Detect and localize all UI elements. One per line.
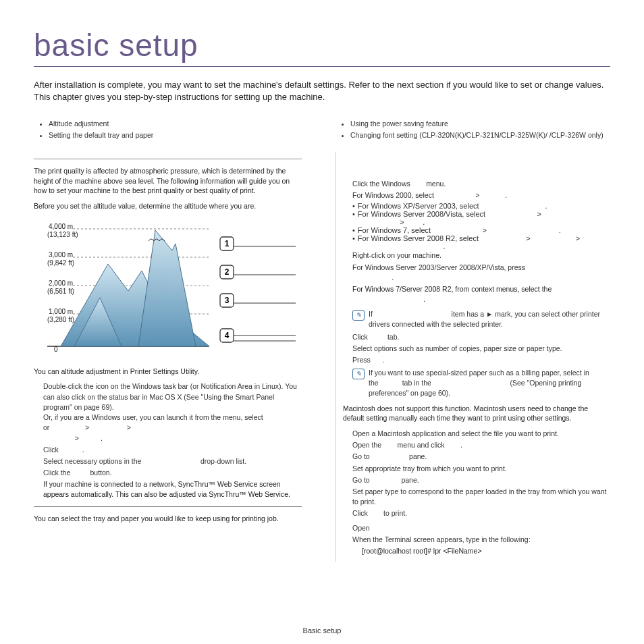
alt-label-ft: (9,842 ft) (47, 259, 74, 267)
paragraph: For Windows 7/Server 2008 R2, from conte… (343, 284, 610, 304)
paragraph: You can altitude adjustment in Printer S… (34, 367, 302, 377)
svg-text:2: 2 (225, 267, 230, 277)
step: Open the menu and click . (352, 440, 610, 450)
note-icon: ✎ (352, 369, 365, 379)
svg-text:1: 1 (225, 239, 230, 248)
intro-paragraph: After installation is complete, you may … (34, 79, 610, 103)
toc-item[interactable]: Altitude adjustment (49, 118, 302, 130)
toc-right: Using the power saving feature Changing … (336, 118, 610, 141)
substep: For Windows 7, select > . (352, 226, 610, 234)
step: Open (352, 523, 610, 533)
step: Right-click on your machine. (352, 250, 610, 261)
paragraph: If your machine is connected to a networ… (34, 479, 302, 499)
alt-label-ft: (6,561 ft) (47, 288, 74, 295)
alt-label-m: 1,000 m (49, 308, 73, 315)
alt-region-boxes: 1 2 3 4 (220, 237, 296, 342)
toc-item[interactable]: Changing font setting (CLP-320N(K)/CLP-3… (350, 130, 610, 141)
note-icon: ✎ (352, 310, 365, 321)
page-footer: Basic setup (0, 626, 644, 635)
page-title: basic setup (34, 27, 610, 63)
step: Go to pane. (352, 475, 610, 485)
alt-label-m: 4,000 m (49, 223, 73, 230)
step: Press . (352, 355, 610, 365)
step: Go to pane. (352, 452, 610, 462)
alt-label-ft: (13,123 ft) (47, 231, 78, 238)
step: Click to print. (352, 508, 610, 518)
step: Click tab. (352, 332, 610, 342)
step: Set paper type to correspond to the pape… (352, 487, 610, 507)
terminal-command: [root@localhost root]# lpr <FileName> (343, 546, 610, 556)
svg-text:3: 3 (225, 296, 230, 305)
step: When the Terminal screen appears, type i… (352, 535, 610, 545)
alt-label-m: 2,000 m (49, 279, 73, 287)
note: ✎ If item has a ► mark, you can select o… (352, 309, 610, 329)
step: Select necessary options in the drop-dow… (43, 456, 302, 466)
toc-left: Altitude adjustment Setting the default … (34, 118, 308, 141)
step: Set appropriate tray from which you want… (352, 464, 610, 474)
step: For Windows Server 2003/Server 2008/XP/V… (352, 263, 610, 283)
paragraph: The print quality is affected by atmosph… (34, 166, 302, 196)
step: Select options such as number of copies,… (352, 344, 610, 354)
altitude-chart: 4,000 m 3,000 m 2,000 m 1,000 m 0 (13,12… (34, 217, 302, 360)
substep: For Windows XP/Server 2003, select . (352, 202, 610, 210)
note: ✎ If you want to use special-sized paper… (352, 368, 610, 398)
step: Click . (43, 445, 302, 455)
paragraph: Before you set the altitude value, deter… (34, 201, 302, 211)
left-column: The print quality is affected by atmosph… (34, 152, 308, 562)
substep: For Windows Server 2008 R2, select > > . (352, 234, 610, 250)
right-column: Click the Windows menu. For Windows 2000… (336, 152, 610, 562)
step: Double-click the icon on the Windows tas… (43, 381, 302, 443)
step: Click the Windows menu. (352, 179, 610, 189)
step: Click the button. (43, 468, 302, 478)
toc-item[interactable]: Setting the default tray and paper (49, 130, 302, 141)
paragraph: You can select the tray and paper you wo… (34, 514, 302, 524)
svg-text:4: 4 (225, 331, 230, 340)
step: Open a Macintosh application and select … (352, 429, 610, 439)
alt-label-ft: (3,280 ft) (47, 316, 74, 323)
section-altitude (34, 159, 302, 162)
alt-label-m: 3,000 m (49, 251, 73, 259)
alt-label-m: 0 (54, 346, 58, 353)
title-rule (34, 66, 610, 67)
paragraph: Macintosh does not support this function… (343, 404, 610, 423)
substep: For Windows Server 2008/Vista, select > … (352, 210, 610, 226)
section-default-tray (34, 506, 302, 510)
toc-item[interactable]: Using the power saving feature (350, 118, 610, 130)
step: For Windows 2000, select > . (352, 190, 610, 200)
